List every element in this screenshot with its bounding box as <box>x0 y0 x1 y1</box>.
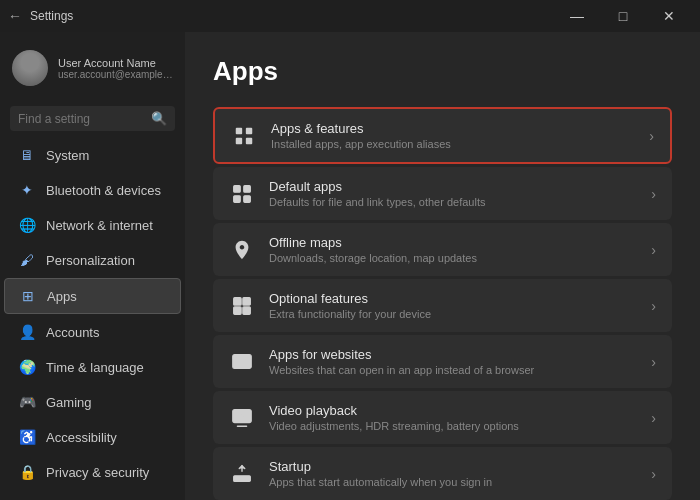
svg-rect-0 <box>236 127 242 133</box>
setting-title-apps-websites: Apps for websites <box>269 347 637 362</box>
privacy-icon: 🔒 <box>18 463 36 481</box>
title-bar-left: ← Settings <box>8 8 73 24</box>
search-icon: 🔍 <box>151 111 167 126</box>
avatar <box>12 50 48 86</box>
setting-item-video-playback[interactable]: Video playbackVideo adjustments, HDR str… <box>213 391 672 444</box>
time-icon: 🌍 <box>18 358 36 376</box>
settings-list: Apps & featuresInstalled apps, app execu… <box>213 107 672 500</box>
nav-list: 🖥System✦Bluetooth & devices🌐Network & in… <box>0 137 185 500</box>
search-input[interactable] <box>18 112 145 126</box>
user-name: User Account Name <box>58 57 173 69</box>
main-container: User Account Name user.account@example.c… <box>0 32 700 500</box>
svg-rect-9 <box>243 297 250 304</box>
setting-item-apps-features[interactable]: Apps & featuresInstalled apps, app execu… <box>213 107 672 164</box>
sidebar-item-time[interactable]: 🌍Time & language <box>4 350 181 384</box>
sidebar-item-label-bluetooth: Bluetooth & devices <box>46 183 161 198</box>
sidebar-item-label-accounts: Accounts <box>46 325 99 340</box>
close-button[interactable]: ✕ <box>646 0 692 32</box>
title-bar: ← Settings — □ ✕ <box>0 0 700 32</box>
setting-text-optional-features: Optional featuresExtra functionality for… <box>269 291 637 320</box>
startup-icon <box>229 461 255 487</box>
bluetooth-icon: ✦ <box>18 181 36 199</box>
system-icon: 🖥 <box>18 146 36 164</box>
default-apps-icon <box>229 181 255 207</box>
svg-rect-5 <box>244 185 250 191</box>
sidebar: User Account Name user.account@example.c… <box>0 32 185 500</box>
accessibility-icon: ♿ <box>18 428 36 446</box>
setting-title-video-playback: Video playback <box>269 403 637 418</box>
apps-icon: ⊞ <box>19 287 37 305</box>
setting-title-default-apps: Default apps <box>269 179 637 194</box>
content-area: Apps Apps & featuresInstalled apps, app … <box>185 32 700 500</box>
chevron-right-icon: › <box>649 128 654 144</box>
svg-rect-6 <box>234 195 240 201</box>
setting-desc-optional-features: Extra functionality for your device <box>269 308 637 320</box>
sidebar-item-system[interactable]: 🖥System <box>4 138 181 172</box>
sidebar-item-label-time: Time & language <box>46 360 144 375</box>
chevron-right-icon: › <box>651 186 656 202</box>
network-icon: 🌐 <box>18 216 36 234</box>
sidebar-item-label-system: System <box>46 148 89 163</box>
setting-desc-default-apps: Defaults for file and link types, other … <box>269 196 637 208</box>
chevron-right-icon: › <box>651 242 656 258</box>
sidebar-item-gaming[interactable]: 🎮Gaming <box>4 385 181 419</box>
setting-text-offline-maps: Offline mapsDownloads, storage location,… <box>269 235 637 264</box>
setting-desc-apps-websites: Websites that can open in an app instead… <box>269 364 637 376</box>
setting-desc-startup: Apps that start automatically when you s… <box>269 476 637 488</box>
sidebar-item-personalization[interactable]: 🖌Personalization <box>4 243 181 277</box>
sidebar-item-label-gaming: Gaming <box>46 395 92 410</box>
search-box[interactable]: 🔍 <box>10 106 175 131</box>
setting-text-default-apps: Default appsDefaults for file and link t… <box>269 179 637 208</box>
sidebar-item-accessibility[interactable]: ♿Accessibility <box>4 420 181 454</box>
svg-rect-17 <box>234 475 251 481</box>
setting-desc-video-playback: Video adjustments, HDR streaming, batter… <box>269 420 637 432</box>
setting-desc-offline-maps: Downloads, storage location, map updates <box>269 252 637 264</box>
window-title: Settings <box>30 9 73 23</box>
setting-text-video-playback: Video playbackVideo adjustments, HDR str… <box>269 403 637 432</box>
video-playback-icon <box>229 405 255 431</box>
offline-maps-icon <box>229 237 255 263</box>
setting-item-startup[interactable]: StartupApps that start automatically whe… <box>213 447 672 500</box>
gaming-icon: 🎮 <box>18 393 36 411</box>
maximize-button[interactable]: □ <box>600 0 646 32</box>
sidebar-item-label-apps: Apps <box>47 289 77 304</box>
svg-point-13 <box>235 355 237 357</box>
chevron-right-icon: › <box>651 466 656 482</box>
svg-rect-3 <box>246 137 252 143</box>
setting-title-offline-maps: Offline maps <box>269 235 637 250</box>
minimize-button[interactable]: — <box>554 0 600 32</box>
sidebar-item-privacy[interactable]: 🔒Privacy & security <box>4 455 181 489</box>
svg-rect-4 <box>234 185 240 191</box>
sidebar-item-label-personalization: Personalization <box>46 253 135 268</box>
setting-title-optional-features: Optional features <box>269 291 637 306</box>
chevron-right-icon: › <box>651 410 656 426</box>
setting-text-apps-websites: Apps for websitesWebsites that can open … <box>269 347 637 376</box>
setting-title-apps-features: Apps & features <box>271 121 635 136</box>
svg-rect-10 <box>234 306 241 313</box>
sidebar-item-network[interactable]: 🌐Network & internet <box>4 208 181 242</box>
user-profile[interactable]: User Account Name user.account@example.c… <box>0 40 185 96</box>
sidebar-item-bluetooth[interactable]: ✦Bluetooth & devices <box>4 173 181 207</box>
optional-features-icon <box>229 293 255 319</box>
setting-text-startup: StartupApps that start automatically whe… <box>269 459 637 488</box>
sidebar-item-update[interactable]: ⟳Windows Update <box>4 490 181 500</box>
page-title: Apps <box>213 56 672 87</box>
accounts-icon: 👤 <box>18 323 36 341</box>
apps-websites-icon <box>229 349 255 375</box>
sidebar-item-apps[interactable]: ⊞Apps <box>4 278 181 314</box>
svg-point-14 <box>237 355 239 357</box>
sidebar-item-label-accessibility: Accessibility <box>46 430 117 445</box>
sidebar-item-label-network: Network & internet <box>46 218 153 233</box>
apps-features-icon <box>231 123 257 149</box>
sidebar-item-label-privacy: Privacy & security <box>46 465 149 480</box>
svg-rect-1 <box>246 127 252 133</box>
setting-item-offline-maps[interactable]: Offline mapsDownloads, storage location,… <box>213 223 672 276</box>
sidebar-item-accounts[interactable]: 👤Accounts <box>4 315 181 349</box>
setting-item-apps-websites[interactable]: Apps for websitesWebsites that can open … <box>213 335 672 388</box>
setting-item-optional-features[interactable]: Optional featuresExtra functionality for… <box>213 279 672 332</box>
back-button[interactable]: ← <box>8 8 22 24</box>
chevron-right-icon: › <box>651 354 656 370</box>
setting-item-default-apps[interactable]: Default appsDefaults for file and link t… <box>213 167 672 220</box>
svg-rect-2 <box>236 137 242 143</box>
user-email: user.account@example.com <box>58 69 173 80</box>
